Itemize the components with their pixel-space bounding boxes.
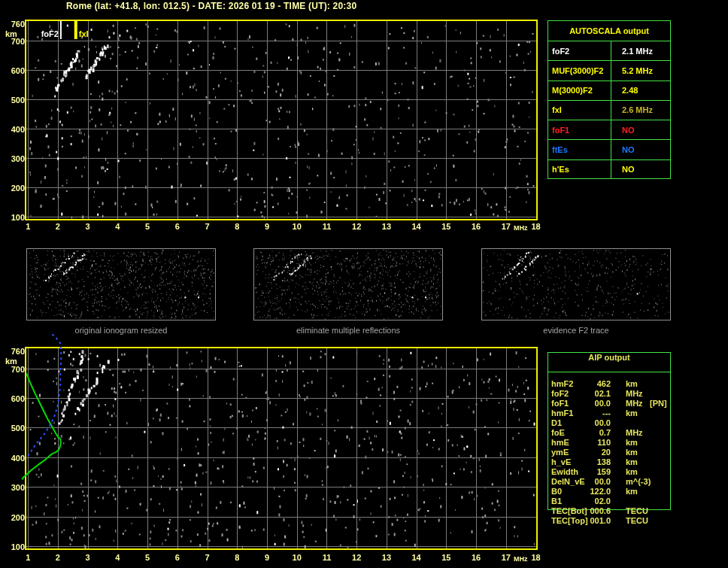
- aip-row-unit: TECU: [626, 506, 648, 516]
- aip-table-row: 000.6TEC[Bot]TECU: [548, 506, 675, 516]
- aip-row-label: foF2: [551, 389, 569, 399]
- y-tick-label: 600: [5, 66, 25, 75]
- autoscala-table-row: h'EsNO: [548, 160, 670, 179]
- thumbnail-multiple-reflections: [253, 248, 443, 320]
- autoscala-table-header: AUTOSCALA output: [548, 21, 670, 41]
- y-tick-label: 100: [5, 213, 25, 222]
- thumbnail-evidence-f2-trace: [481, 248, 671, 320]
- x-tick-label: 3: [81, 222, 95, 231]
- x-tick-label: 12: [350, 222, 363, 231]
- autoscala-row-value: 2.1 MHz: [611, 41, 670, 60]
- autoscala-row-label: ftEs: [548, 140, 611, 159]
- aip-row-label: ymE: [551, 448, 569, 457]
- x-tick-label: 16: [469, 553, 483, 562]
- x-tick-label: 13: [380, 222, 393, 231]
- aip-table-row: 0.7foEMHz: [548, 428, 675, 438]
- aip-table-row: 159Ewidthkm: [548, 467, 675, 477]
- aip-row-label: foE: [551, 428, 565, 438]
- x-tick-label: 16: [469, 222, 483, 231]
- autoscala-table-row: ftEsNO: [548, 140, 670, 159]
- thumbnail-original-ionogram: [26, 248, 216, 320]
- x-tick-label: 1: [21, 222, 35, 231]
- aip-row-unit: MHz: [626, 399, 643, 409]
- autoscala-row-label: fxI: [548, 101, 611, 120]
- x-tick-label: 1: [21, 553, 35, 562]
- y-tick-label: 200: [5, 513, 25, 522]
- y-tick-label: 100: [5, 542, 25, 551]
- aip-row-label: TEC[Bot]: [551, 506, 587, 516]
- x-tick-label: 11: [320, 222, 333, 231]
- x-tick-label: 9: [260, 553, 274, 562]
- aip-row-label: DelN_vE: [551, 477, 585, 487]
- x-tick-label: 17: [499, 222, 513, 231]
- y-tick-label: 300: [5, 483, 25, 492]
- x-tick-label: 13: [380, 553, 393, 562]
- aip-output-rows: 462hmF2km02.1foF2MHz00.0foF1MHz[PN]---hm…: [548, 379, 675, 526]
- autoscala-row-value: 2.48: [611, 81, 670, 100]
- aip-row-label: B1: [551, 497, 562, 506]
- aip-table-row: 02.1foF2MHz: [548, 389, 675, 399]
- aip-table-row: 00.0foF1MHz[PN]: [548, 399, 675, 409]
- y-tick-label: 400: [5, 125, 25, 134]
- y-tick-label: 700: [5, 365, 25, 374]
- autoscala-row-label: MUF(3000)F2: [548, 61, 611, 80]
- aip-row-label: B0: [551, 487, 562, 497]
- autoscala-row-value: NO: [611, 160, 670, 179]
- autoscala-row-label: M(3000)F2: [548, 81, 611, 100]
- autoscala-row-value: 5.2 MHz: [611, 61, 670, 80]
- aip-row-label: D1: [551, 418, 562, 428]
- aip-row-unit: MHz: [626, 389, 643, 399]
- y-tick-label: 200: [5, 184, 25, 193]
- aip-table-row: ---hmF1km: [548, 409, 675, 418]
- y-tick-label: 300: [5, 154, 25, 163]
- aip-table-row: 001.0TEC[Top]TECU: [548, 516, 675, 526]
- y-tick-label: 700: [5, 37, 25, 46]
- y-tick-label: 760: [5, 347, 25, 356]
- aip-row-label: hmF2: [551, 379, 573, 389]
- x-tick-label: 6: [171, 553, 184, 562]
- x-tick-label: 12: [350, 553, 363, 562]
- x-tick-label: 6: [171, 222, 184, 231]
- y-tick-label: 760: [5, 20, 25, 29]
- page-title: Rome (lat: +41.8, lon: 012.5) - DATE: 20…: [66, 1, 356, 11]
- x-tick-label: 15: [439, 222, 453, 231]
- aip-row-label: foF1: [551, 399, 569, 409]
- thumbnail-caption-reflections: eliminate multiple reflections: [253, 326, 443, 335]
- x-tick-label: 2: [51, 222, 65, 231]
- autoscala-table-row: foF22.1 MHz: [548, 41, 670, 61]
- aip-table-row: 122.0B0km: [548, 487, 675, 497]
- aip-row-label: Ewidth: [551, 467, 578, 477]
- x-tick-label: 2: [51, 553, 65, 562]
- aip-row-unit: TECU: [626, 516, 648, 526]
- thumbnail-caption-original: original ionogram resized: [26, 326, 216, 335]
- x-tick-label: 10: [290, 553, 304, 562]
- aip-row-unit: km: [626, 409, 638, 418]
- fxi-marker-label: fxI: [79, 29, 89, 38]
- x-axis-unit-label: MHz: [514, 224, 528, 232]
- aip-table-row: 00.0D1: [548, 418, 675, 428]
- autoscala-table-rows: foF22.1 MHzMUF(3000)F25.2 MHzM(3000)F22.…: [548, 41, 670, 179]
- autoscala-output-table: AUTOSCALA output foF22.1 MHzMUF(3000)F25…: [548, 20, 671, 179]
- aip-row-unit: km: [626, 487, 638, 497]
- autoscala-window: Rome (lat: +41.8, lon: 012.5) - DATE: 20…: [0, 0, 728, 568]
- autoscala-table-row: fxI2.6 MHz: [548, 101, 670, 120]
- aip-row-flag: [PN]: [650, 399, 667, 409]
- x-axis-unit-label: MHz: [514, 555, 528, 563]
- aip-row-unit: km: [626, 379, 638, 389]
- autoscala-row-label: h'Es: [548, 160, 611, 179]
- y-tick-label: 600: [5, 394, 25, 403]
- autoscala-row-value: NO: [611, 140, 670, 159]
- x-tick-label: 8: [230, 222, 244, 231]
- autoscala-row-value: NO: [611, 120, 670, 139]
- aip-table-row: 462hmF2km: [548, 379, 675, 389]
- aip-row-label: hmF1: [551, 409, 573, 418]
- y-tick-label: 500: [5, 424, 25, 433]
- x-tick-label: 10: [290, 222, 304, 231]
- aip-row-unit: km: [626, 467, 638, 477]
- x-tick-label: 18: [529, 553, 543, 562]
- aip-row-unit: MHz: [626, 428, 643, 438]
- aip-table-row: 00.0DelN_vEm^(-3): [548, 477, 675, 487]
- y-tick-label: 500: [5, 96, 25, 105]
- x-tick-label: 4: [111, 222, 124, 231]
- aip-table-header: AIP output: [548, 353, 670, 372]
